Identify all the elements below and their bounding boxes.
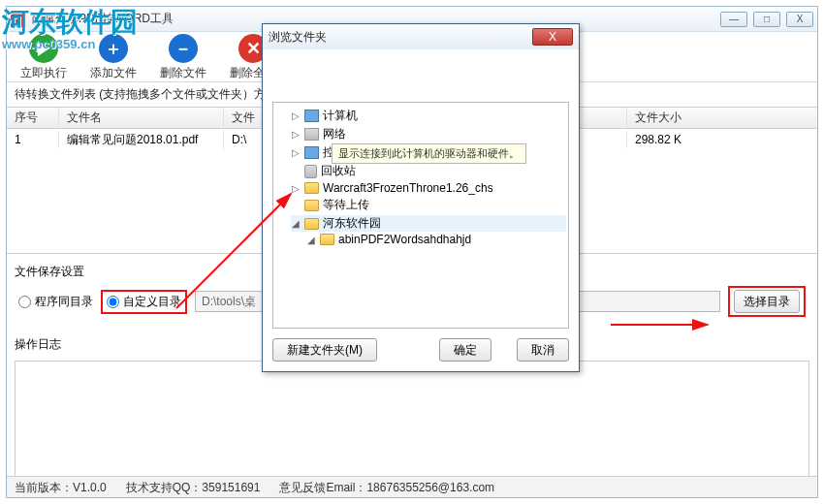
tree-wc3[interactable]: ▷Warcraft3FrozenThrone1.26_chs (291, 180, 566, 196)
select-dir-button[interactable]: 选择目录 (734, 290, 800, 313)
status-bar: 当前版本：V1.0.0 技术支持QQ：359151691 意见反馈Email：1… (7, 476, 817, 497)
status-tech-qq: 技术支持QQ：359151691 (126, 480, 261, 494)
radio-same-dir-label: 程序同目录 (35, 294, 93, 310)
run-button[interactable]: 立即执行 (20, 34, 67, 81)
tree-hedong[interactable]: ◢河东软件园 ◢abinPDF2Wordsahdhahjd (291, 214, 566, 248)
maximize-button[interactable]: □ (753, 12, 780, 27)
app-icon (11, 12, 26, 27)
dialog-title: 浏览文件夹 (269, 29, 532, 46)
expand-icon[interactable]: ▷ (291, 111, 301, 121)
run-label: 立即执行 (20, 65, 67, 81)
dialog-titlebar[interactable]: 浏览文件夹 X (263, 24, 579, 49)
tree-abin[interactable]: ◢abinPDF2Wordsahdhahjd (306, 232, 566, 247)
tree-tooltip: 显示连接到此计算机的驱动器和硬件。 (332, 143, 526, 164)
highlight-select-dir: 选择目录 (728, 286, 806, 317)
minus-icon: － (169, 34, 198, 63)
tree-pending[interactable]: ▷等待上传 (291, 196, 566, 214)
tree-recycle-bin[interactable]: ▷回收站 (291, 162, 566, 180)
status-feedback: 意见反馈Email：18676355256@163.com (279, 480, 494, 494)
row-name: 编辑常见问题2018.01.pdf (59, 130, 224, 150)
minimize-button[interactable]: — (720, 12, 747, 27)
new-folder-button[interactable]: 新建文件夹(M) (272, 338, 377, 362)
computer-icon (304, 110, 319, 122)
recycle-bin-icon (304, 165, 317, 178)
radio-custom-dir[interactable]: 自定义目录 (107, 294, 181, 310)
plus-icon: ＋ (99, 34, 128, 63)
collapse-icon[interactable]: ◢ (291, 219, 301, 229)
row-index: 1 (7, 131, 59, 148)
radio-custom-dir-input[interactable] (107, 296, 119, 308)
expand-icon[interactable]: ▷ (291, 148, 301, 158)
col-index[interactable]: 序号 (7, 108, 59, 128)
del-label: 删除文件 (160, 65, 206, 81)
radio-same-dir-input[interactable] (18, 296, 31, 308)
tree-network[interactable]: ▷网络 (291, 125, 566, 143)
row-size: 298.82 K (627, 131, 811, 148)
folder-icon (304, 200, 319, 211)
add-file-button[interactable]: ＋ 添加文件 (90, 34, 137, 81)
radio-custom-dir-label: 自定义目录 (123, 294, 181, 310)
add-label: 添加文件 (90, 65, 137, 81)
expand-icon[interactable]: ▷ (291, 183, 301, 193)
network-icon (304, 128, 319, 141)
operation-log[interactable] (15, 361, 809, 487)
browse-folder-dialog: 浏览文件夹 X ▷计算机 ▷网络 ▷控制面板 ▷回收站 ▷Warcraft3Fr… (262, 23, 580, 372)
close-button[interactable]: X (786, 12, 813, 27)
status-version: 当前版本：V1.0.0 (15, 480, 107, 494)
folder-icon (320, 234, 334, 245)
highlight-custom-dir: 自定义目录 (101, 290, 187, 314)
radio-same-dir[interactable]: 程序同目录 (18, 294, 93, 310)
col-size[interactable]: 文件大小 (627, 108, 811, 128)
folder-icon (304, 182, 319, 194)
delete-file-button[interactable]: － 删除文件 (160, 34, 206, 81)
cancel-button[interactable]: 取消 (517, 338, 569, 362)
col-name[interactable]: 文件名 (59, 108, 224, 128)
play-icon (29, 34, 58, 63)
collapse-icon[interactable]: ◢ (306, 235, 316, 244)
control-panel-icon (304, 146, 319, 159)
dialog-close-button[interactable]: X (532, 28, 573, 46)
folder-tree[interactable]: ▷计算机 ▷网络 ▷控制面板 ▷回收站 ▷Warcraft3FrozenThro… (272, 102, 569, 329)
folder-icon (304, 218, 319, 230)
ok-button[interactable]: 确定 (439, 338, 491, 362)
expand-icon[interactable]: ▷ (291, 130, 301, 140)
dialog-button-row: 新建文件夹(M) 确定 取消 (272, 338, 569, 362)
tree-computer[interactable]: ▷计算机 (291, 107, 566, 125)
